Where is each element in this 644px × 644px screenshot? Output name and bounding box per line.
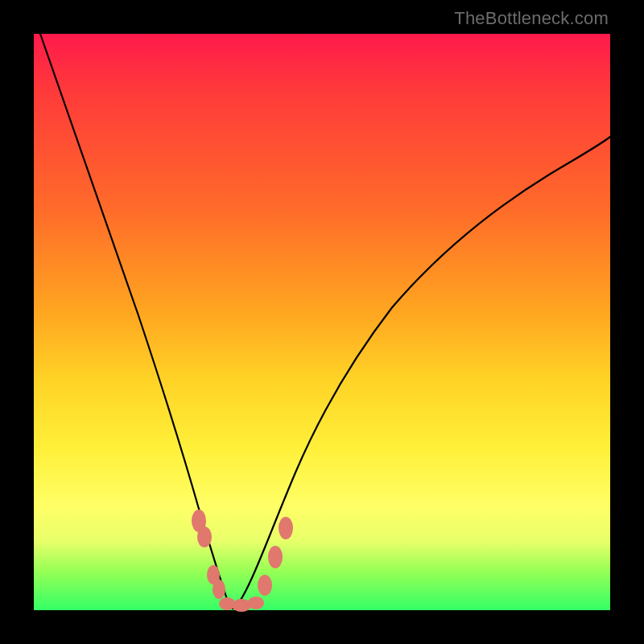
marker-blob [213, 580, 225, 599]
marker-blob [197, 526, 212, 547]
chart-svg [34, 34, 610, 610]
chart-frame: TheBottleneck.com [0, 0, 644, 644]
marker-blob [232, 599, 251, 612]
marker-blob [258, 575, 272, 596]
watermark-text: TheBottleneck.com [454, 8, 609, 29]
marker-blob [268, 546, 283, 568]
plot-area [34, 34, 610, 610]
marker-blob [279, 517, 293, 539]
marker-blob [248, 597, 264, 609]
